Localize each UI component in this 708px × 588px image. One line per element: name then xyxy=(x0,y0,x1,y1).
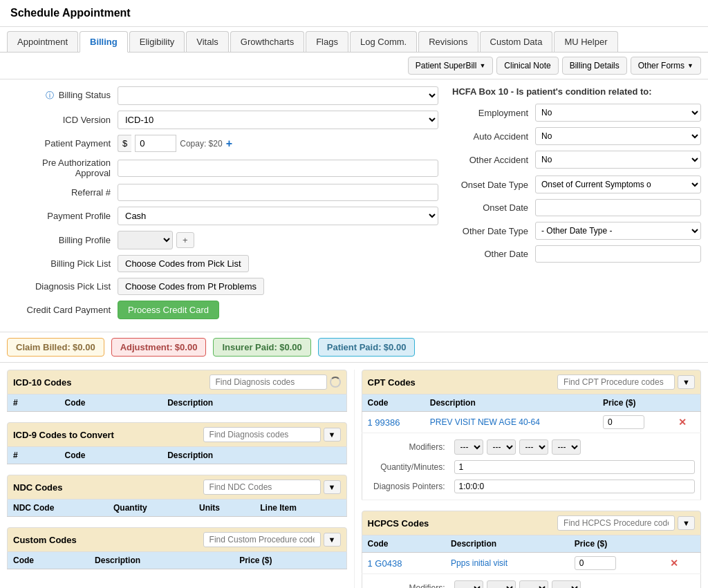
cpt-find-button[interactable]: ▼ xyxy=(678,375,695,389)
claim-billed-label: Claim Billed: xyxy=(16,342,71,352)
patient-paid-summary: Patient Paid: $0.00 xyxy=(318,338,416,357)
patient-superbill-button[interactable]: Patient SuperBill xyxy=(408,57,494,75)
icd9-col-code: Code xyxy=(59,447,162,464)
billing-profile-controls: + xyxy=(118,231,194,249)
hcpcs-find-container: ▼ xyxy=(557,515,695,531)
codes-right: CPT Codes ▼ Code Description Price ($) xyxy=(354,370,702,588)
hcpcs-find-button[interactable]: ▼ xyxy=(678,516,695,530)
onset-date-type-row: Onset Date Type Onset of Current Symptom… xyxy=(452,176,701,193)
add-billing-profile-button[interactable]: + xyxy=(176,232,194,248)
billing-profile-select[interactable] xyxy=(118,231,173,249)
insurer-paid-label: Insurer Paid: xyxy=(222,342,277,352)
codes-left: ICD-10 Codes # Code Description xyxy=(7,370,354,588)
cpt-price-input-1[interactable] xyxy=(603,415,644,429)
employment-select[interactable]: NoYes xyxy=(535,104,701,122)
hcpcs-find-input[interactable] xyxy=(557,515,675,531)
auto-accident-select[interactable]: NoYes xyxy=(535,127,701,145)
cpt-modifier-1[interactable]: --- xyxy=(454,439,483,455)
diagnosis-pick-list-button[interactable]: Choose Codes from Pt Problems xyxy=(118,278,264,295)
other-forms-button[interactable]: Other Forms xyxy=(631,57,701,75)
auto-accident-label: Auto Accident xyxy=(452,131,535,142)
cpt-modifier-2[interactable]: --- xyxy=(487,439,516,455)
billing-status-select[interactable] xyxy=(118,86,438,105)
other-date-input[interactable] xyxy=(535,245,701,263)
cpt-find-input[interactable] xyxy=(557,374,675,390)
hcpcs-price-input-1[interactable] xyxy=(575,556,616,570)
onset-date-input[interactable] xyxy=(535,199,701,216)
tab-revisions[interactable]: Revisions xyxy=(418,31,478,52)
referral-input[interactable] xyxy=(118,184,438,201)
tab-logcomm[interactable]: Log Comm. xyxy=(350,31,417,52)
cpt-modifier-3[interactable]: --- xyxy=(519,439,548,455)
ndc-find-button[interactable]: ▼ xyxy=(324,480,341,494)
summary-bar: Claim Billed: $0.00 Adjustment: $0.00 In… xyxy=(0,332,708,363)
patient-paid-value: $0.00 xyxy=(384,342,407,352)
tab-muhelper[interactable]: MU Helper xyxy=(554,31,617,52)
dollar-sign: $ xyxy=(118,135,131,152)
hcpcs-delete-button-1[interactable]: ✕ xyxy=(670,558,678,569)
billing-details-button[interactable]: Billing Details xyxy=(562,57,627,75)
icd9-find-button[interactable]: ▼ xyxy=(324,428,341,442)
hcpcs-desc-1: Ppps initial visit xyxy=(445,553,569,574)
tab-customdata[interactable]: Custom Data xyxy=(480,31,553,52)
icd10-title: ICD-10 Codes xyxy=(13,377,72,388)
pre-auth-input[interactable] xyxy=(118,160,438,177)
icd10-find-input[interactable] xyxy=(209,374,327,390)
custom-codes-section: Custom Codes ▼ Code Description Price ($… xyxy=(7,527,347,569)
other-accident-select[interactable]: NoYes xyxy=(535,151,701,169)
ndc-title: NDC Codes xyxy=(13,482,63,493)
claim-billed-summary: Claim Billed: $0.00 xyxy=(7,338,104,357)
icd9-col-hash: # xyxy=(8,447,59,464)
cpt-code-link-1[interactable]: 1 99386 xyxy=(368,417,400,428)
hcpcs-modifier-label: Modifiers: xyxy=(368,583,451,588)
custom-find-button[interactable]: ▼ xyxy=(324,533,341,547)
onset-date-label: Onset Date xyxy=(452,202,535,213)
billing-pick-list-button[interactable]: Choose Codes from Pick List xyxy=(118,255,249,272)
hcpcs-modifier-1[interactable]: --- xyxy=(454,580,483,588)
hcpcs-modifier-4[interactable]: --- xyxy=(552,580,581,588)
referral-label: Referral # xyxy=(7,187,118,198)
cpt-col-price: Price ($) xyxy=(597,395,673,412)
hcpcs-delete-cell-1: ✕ xyxy=(664,553,700,574)
icd10-loader xyxy=(330,377,341,388)
tab-flags[interactable]: Flags xyxy=(306,31,348,52)
payment-amount-input[interactable]: 0 xyxy=(135,135,176,152)
hcpcs-section: HCPCS Codes ▼ Code Description Price ($) xyxy=(362,511,702,588)
custom-col-desc: Description xyxy=(89,552,234,569)
process-credit-card-button[interactable]: Process Credit Card xyxy=(118,301,219,319)
other-date-type-select[interactable]: - Other Date Type - xyxy=(535,222,701,240)
hcpcs-table: Code Description Price ($) 1 G0438 Ppps … xyxy=(362,535,702,588)
hcfa-title: HCFA Box 10 - Is patient's condition rel… xyxy=(452,86,701,97)
cpt-table: Code Description Price ($) 1 99386 PREV … xyxy=(362,395,702,500)
tab-billing[interactable]: Billing xyxy=(80,31,128,53)
cpt-code-1: 1 99386 xyxy=(362,412,425,433)
ndc-find-input[interactable] xyxy=(203,480,321,495)
add-payment-button[interactable]: + xyxy=(226,137,232,150)
hcpcs-col-code: Code xyxy=(362,535,445,553)
tab-vitals[interactable]: Vitals xyxy=(186,31,229,52)
other-accident-row: Other Accident NoYes xyxy=(452,151,701,169)
custom-find-input[interactable] xyxy=(203,532,321,547)
hcpcs-code-link-1[interactable]: 1 G0438 xyxy=(368,558,402,569)
hcpcs-modifier-3[interactable]: --- xyxy=(519,580,548,588)
icd-version-select[interactable]: ICD-10 xyxy=(118,111,438,129)
cpt-delete-button-1[interactable]: ✕ xyxy=(678,417,687,428)
onset-date-type-label: Onset Date Type xyxy=(452,180,535,190)
claim-billed-value: $0.00 xyxy=(73,342,95,352)
onset-date-type-select[interactable]: Onset of Current Symptoms o xyxy=(535,176,701,193)
help-icon[interactable]: ⓘ xyxy=(46,91,54,100)
icd10-find-container xyxy=(209,374,341,390)
clinical-note-button[interactable]: Clinical Note xyxy=(496,57,558,75)
tab-growthcharts[interactable]: Growthcharts xyxy=(230,31,304,52)
pre-auth-row: Pre Authorization Approval xyxy=(7,158,438,178)
tab-appointment[interactable]: Appointment xyxy=(7,31,78,52)
cpt-modifier-4[interactable]: --- xyxy=(552,439,581,455)
hcpcs-col-desc: Description xyxy=(445,535,569,553)
icd9-find-input[interactable] xyxy=(203,427,321,442)
payment-profile-select[interactable]: Cash xyxy=(118,207,438,225)
cpt-quantity-input[interactable] xyxy=(454,460,696,474)
tab-eligibility[interactable]: Eligibility xyxy=(129,31,185,52)
cpt-quantity-row: Quantity/Minutes: xyxy=(368,457,696,477)
hcpcs-modifier-2[interactable]: --- xyxy=(487,580,516,588)
cpt-diag-pointer-input[interactable] xyxy=(454,480,696,493)
